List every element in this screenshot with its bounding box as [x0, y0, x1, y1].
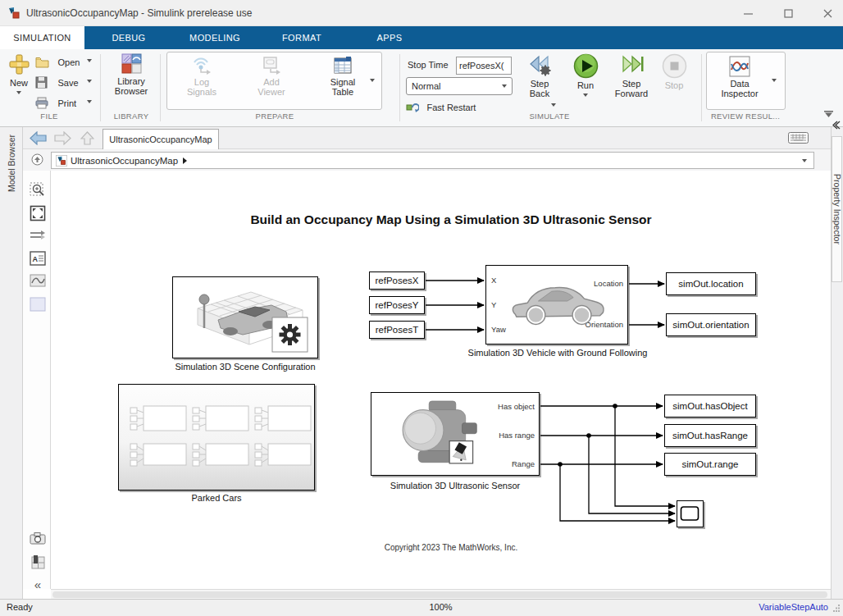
tab-format[interactable]: FORMAT [267, 26, 336, 49]
diagram-title: Build an Occupancy Map Using a Simulatio… [139, 212, 763, 227]
model-canvas[interactable] [51, 171, 831, 589]
log-signals-button[interactable]: Log Signals [179, 56, 225, 97]
prepare-section-label: PREPARE [240, 112, 309, 121]
sink-label: simOut.location [678, 279, 743, 289]
nav-up-icon[interactable] [80, 131, 94, 145]
print-button[interactable]: Print [35, 95, 76, 110]
sink-block-hasrange[interactable]: simOut.hasRange [664, 424, 756, 447]
print-icon [35, 97, 48, 109]
stop-time-input[interactable] [456, 57, 512, 75]
open-caret-icon[interactable] [87, 59, 92, 62]
ribbon-tab-bar: SIMULATION DEBUG MODELING FORMAT APPS » … [0, 26, 843, 49]
scrollbar-thumb[interactable] [52, 591, 827, 598]
area-box-icon[interactable] [30, 297, 46, 313]
tab-simulation-label: SIMULATION [13, 33, 71, 43]
simulation-mode-value: Normal [412, 81, 440, 91]
document-tab[interactable]: UltrasonicOccupancyMap [103, 129, 219, 149]
model-browser-tab-label[interactable]: Model Browser [7, 135, 16, 192]
run-button[interactable]: Run [567, 53, 604, 97]
fit-to-view-icon[interactable] [30, 205, 46, 221]
stop-button[interactable]: Stop [656, 53, 692, 90]
save-caret-icon[interactable] [87, 80, 92, 83]
library-browser-button[interactable]: Library Browser [107, 53, 155, 96]
sink-block-range[interactable]: simOut.range [664, 453, 756, 476]
sensor-image [394, 396, 493, 472]
simulation-mode-caret-icon [502, 84, 507, 88]
add-viewer-button[interactable]: Add Viewer [248, 56, 294, 97]
breadcrumb-bar: UltrasonicOccupancyMap [23, 149, 843, 171]
prepare-gallery-caret-icon[interactable] [370, 79, 375, 82]
vehicle-block[interactable]: X Y Yaw Location Orientation [485, 265, 628, 345]
model-data-editor-icon[interactable] [30, 554, 46, 571]
resize-grip[interactable] [833, 605, 841, 612]
screenshot-camera-icon[interactable] [30, 532, 46, 548]
open-button[interactable]: Open [35, 54, 80, 69]
tab-simulation[interactable]: SIMULATION [0, 26, 84, 49]
nav-back-icon[interactable] [30, 131, 47, 145]
collapse-palette-icon[interactable]: « [30, 577, 46, 594]
run-label: Run [577, 80, 594, 90]
svg-text:A: A [33, 255, 39, 263]
title-bar: UltrasonicOccupancyMap - Simulink prerel… [0, 0, 843, 26]
tab-apps[interactable]: APPS [361, 26, 418, 49]
source-block-refposesy[interactable]: refPosesY [369, 296, 425, 314]
sink-label: simOut.hasRange [672, 431, 748, 440]
vehicle-port-y: Y [491, 300, 496, 309]
tab-debug[interactable]: DEBUG [98, 26, 159, 49]
expand-pane-icon[interactable] [832, 121, 841, 130]
model-browser-strip[interactable] [0, 127, 23, 599]
add-viewer-label-1: Add [263, 77, 280, 87]
signal-table-button[interactable]: Signal Table [320, 56, 366, 97]
source-block-refposesx[interactable]: refPosesX [369, 271, 425, 290]
solver-link[interactable]: VariableStepAuto [705, 602, 828, 612]
step-back-label-2: Back [530, 89, 549, 98]
ultrasonic-sensor-label: Simulation 3D Ultrasonic Sensor [371, 481, 540, 491]
horizontal-scrollbar[interactable] [51, 589, 831, 599]
scope-block[interactable] [677, 500, 704, 527]
new-label: New [10, 78, 28, 88]
step-forward-button[interactable]: Step Forward [610, 53, 653, 98]
route-signals-icon[interactable] [30, 230, 46, 246]
fast-restart-button[interactable]: Fast Restart [406, 99, 476, 114]
sink-block-hasobject[interactable]: simOut.hasObject [664, 395, 756, 418]
review-gallery-caret-icon[interactable] [772, 79, 777, 82]
hide-model-browser-icon[interactable] [31, 153, 43, 166]
maximize-button[interactable] [776, 7, 800, 20]
collapse-ribbon-icon[interactable] [823, 110, 834, 118]
annotation-icon[interactable]: A [30, 251, 46, 267]
simulation-mode-dropdown[interactable]: Normal [406, 77, 513, 95]
save-button[interactable]: Save [35, 75, 79, 89]
run-icon [573, 53, 599, 79]
data-inspector-label-1: Data [730, 79, 749, 89]
fast-restart-label: Fast Restart [426, 103, 476, 112]
property-inspector-tab-label[interactable]: Property Inspector [832, 174, 842, 244]
breadcrumb-dropdown-icon[interactable] [802, 159, 807, 162]
tab-modeling[interactable]: MODELING [175, 26, 254, 49]
close-button[interactable] [815, 7, 840, 20]
nav-forward-icon[interactable] [54, 131, 71, 145]
sink-block-orientation[interactable]: simOut.orientation [666, 313, 756, 336]
print-caret-icon[interactable] [87, 100, 92, 103]
keyboard-shortcuts-icon[interactable] [788, 132, 809, 144]
scene-configuration-block[interactable] [172, 276, 318, 358]
step-back-icon [527, 53, 552, 76]
minimize-button[interactable] [736, 7, 760, 20]
sink-label: simOut.orientation [672, 320, 749, 330]
source-block-refposest[interactable]: refPosesT [369, 321, 425, 339]
library-label-1: Library [117, 76, 145, 86]
ribbon: New Open Save Print FILE Library Browser… [0, 49, 843, 127]
step-back-button[interactable]: Step Back [518, 53, 561, 98]
ribbon-divider [701, 54, 702, 121]
step-forward-label-2: Forward [615, 89, 648, 98]
breadcrumb-caret-icon [183, 157, 187, 164]
breadcrumb[interactable]: UltrasonicOccupancyMap [51, 152, 814, 169]
image-annotation-icon[interactable] [30, 274, 46, 290]
library-section-label: LIBRARY [105, 112, 157, 121]
parked-cars-block[interactable] [118, 384, 315, 491]
data-inspector-button[interactable]: Data Inspector [715, 56, 764, 98]
file-section-label: FILE [25, 112, 74, 121]
ultrasonic-sensor-block[interactable]: Has object Has range Range [371, 392, 540, 476]
zoom-region-icon[interactable] [30, 182, 46, 198]
sink-block-location[interactable]: simOut.location [666, 272, 756, 295]
new-button[interactable]: New [5, 53, 33, 94]
